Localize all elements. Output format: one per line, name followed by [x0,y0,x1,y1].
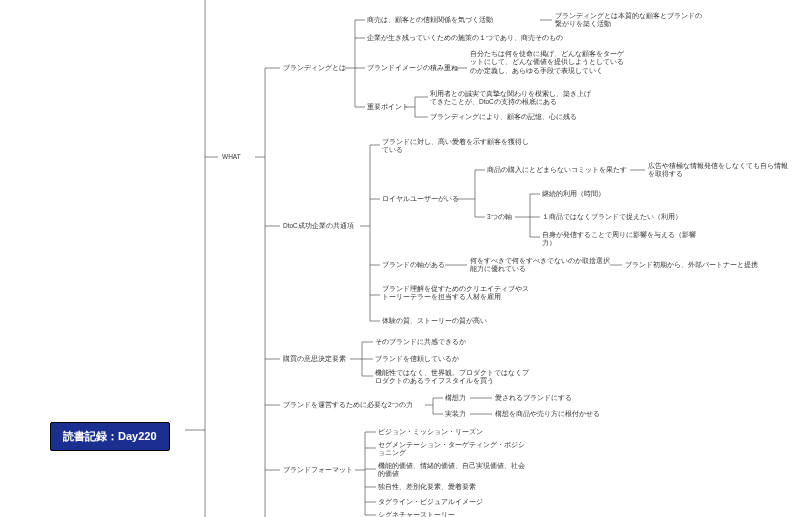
node-format-n3[interactable]: 機能的価値、情緒的価値、自己実現価値、社会的価値 [378,462,528,479]
node-dtoc-axis-sub[interactable]: 何をすべきで何をすべきでないのか取捨選択能力に優れている [470,257,610,274]
node-purchase-n1[interactable]: そのブランドに共感できるか [375,338,466,346]
node-dtoc-axes[interactable]: 3つの軸 [487,213,512,221]
node-dtoc-axes-a2[interactable]: １商品ではなくブランドで捉えたい（利用） [542,213,682,221]
section-what[interactable]: WHAT [222,153,241,161]
node-branding[interactable]: ブランディングとは [283,64,346,72]
node-forces[interactable]: ブランドを運営するために必要な2つの力 [283,401,413,409]
node-format[interactable]: ブランドフォーマット [283,466,353,474]
node-branding-n1-sub[interactable]: ブランディングとは本質的な顧客とブランドの繋がりを築く活動 [555,12,705,29]
node-branding-n4-sub2[interactable]: ブランディングにより、顧客の記憶、心に残る [430,113,577,121]
node-branding-n3[interactable]: ブランドイメージの積み重ね [367,64,458,72]
node-dtoc-quality[interactable]: 体験の質、ストーリーの質が高い [382,317,487,325]
node-format-n5[interactable]: タグライン・ビジュアルイメージ [378,498,483,506]
node-branding-n2[interactable]: 企業が生き残っていくための施策の１つであり、商売そのもの [367,34,563,42]
node-format-n4[interactable]: 独自性、差別化要素、愛着要素 [378,483,476,491]
node-dtoc-talent[interactable]: ブランド理解を促すためのクリエイティブやストーリーテラーを担当する人材を雇用 [382,285,532,302]
node-purchase[interactable]: 購買の意思決定要素 [283,355,346,363]
node-dtoc-loyal[interactable]: ロイヤルユーザーがいる [382,195,459,203]
node-dtoc-n1[interactable]: ブランドに対し、高い愛着を示す顧客を獲得している [382,138,532,155]
node-forces-n1-sub[interactable]: 愛されるブランドにする [495,394,572,402]
node-branding-n4[interactable]: 重要ポイント [367,103,409,111]
root-node[interactable]: 読書記録：Day220 [50,422,170,451]
node-purchase-n3[interactable]: 機能性ではなく、世界観。プロダクトではなくプロダクトのあるライフスタイルを買う [375,369,530,386]
node-dtoc-axis[interactable]: ブランドの軸がある [382,261,445,269]
node-dtoc-axes-a3[interactable]: 自身が発信することで周りに影響を与える（影響力） [542,231,697,248]
node-branding-n1[interactable]: 商売は、顧客との信頼関係を気づく活動 [367,16,493,24]
node-dtoc-loyal-c1[interactable]: 商品の購入にとどまらないコミットを果たす [487,166,627,174]
node-dtoc[interactable]: DtoC成功企業の共通項 [283,222,354,230]
node-format-n2[interactable]: セグメンテーション・ターゲティング・ポジショニング [378,441,528,458]
node-purchase-n2[interactable]: ブランドを信頼しているか [375,355,459,363]
node-forces-n1[interactable]: 構想力 [445,394,466,402]
node-forces-n2-sub[interactable]: 構想を商品や売り方に根付かせる [495,410,600,418]
node-branding-n4-sub1[interactable]: 利用者との誠実で真摯な関わりを模索し、築き上げてきたことが、DtoCの支持の根底… [430,90,595,107]
node-dtoc-loyal-c1-sub[interactable]: 広告や積極な情報発信をしなくても自ら情報を取得する [648,162,788,179]
node-dtoc-axis-sub2[interactable]: ブランド初期から、外部パートナーと提携 [625,261,758,269]
node-format-n6[interactable]: シグネチャーストーリー [378,511,455,517]
node-branding-n3-sub[interactable]: 自分たちは何を使命に掲げ、どんな顧客をターゲットにして、どんな価値を提供しようと… [470,50,625,75]
node-format-n1[interactable]: ビジョン・ミッション・リーズン [378,428,483,436]
node-forces-n2[interactable]: 実装力 [445,410,466,418]
node-dtoc-axes-a1[interactable]: 継続的利用（時間） [542,190,605,198]
